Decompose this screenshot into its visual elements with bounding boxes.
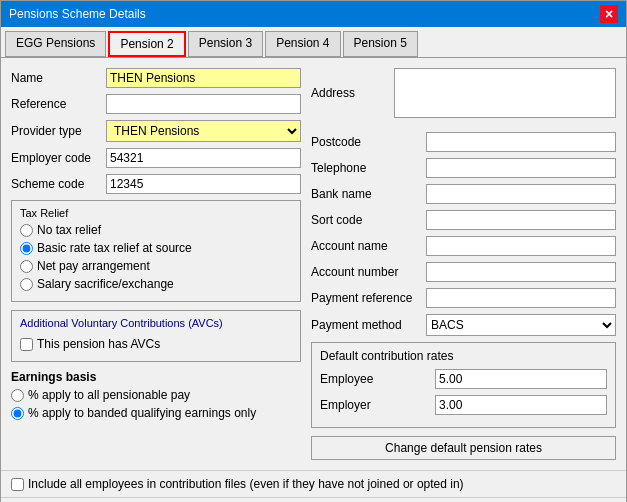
right-panel: Address Postcode Telephone Bank name So [311,68,616,460]
earnings-all-radio[interactable] [11,389,24,402]
close-button[interactable]: × [600,5,618,23]
no-tax-relief-row: No tax relief [20,223,292,237]
sort-code-row: Sort code [311,210,616,230]
name-label: Name [11,71,106,85]
provider-type-select[interactable]: THEN Pensions [106,120,301,142]
change-default-rates-button[interactable]: Change default pension rates [311,436,616,460]
employer-rate-row: Employer [320,395,607,415]
telephone-label: Telephone [311,161,426,175]
tax-relief-section: Tax Relief No tax relief Basic rate tax … [11,200,301,302]
scheme-code-label: Scheme code [11,177,106,191]
include-all-checkbox[interactable] [11,478,24,491]
tab-pension2[interactable]: Pension 2 [108,31,185,57]
payment-reference-input[interactable] [426,288,616,308]
tab-egg-pensions[interactable]: EGG Pensions [5,31,106,57]
address-label: Address [311,86,394,100]
name-row: Name [11,68,301,88]
account-name-label: Account name [311,239,426,253]
no-tax-relief-label: No tax relief [37,223,101,237]
avc-checkbox-row: This pension has AVCs [20,337,292,351]
tax-relief-title: Tax Relief [20,207,292,219]
tabs-container: EGG Pensions Pension 2 Pension 3 Pension… [1,27,626,58]
avc-checkbox-label: This pension has AVCs [37,337,160,351]
sort-code-input[interactable] [426,210,616,230]
reference-label: Reference [11,97,106,111]
main-content: Name Reference Provider type THEN Pensio… [1,58,626,470]
postcode-input[interactable] [426,132,616,152]
default-rates-title: Default contribution rates [320,349,607,363]
net-pay-row: Net pay arrangement [20,259,292,273]
basic-rate-label: Basic rate tax relief at source [37,241,192,255]
salary-sacrifice-label: Salary sacrifice/exchange [37,277,174,291]
account-name-input[interactable] [426,236,616,256]
footer: Setup guide < Move Help OK Cancel [1,497,626,502]
payment-method-label: Payment method [311,318,426,332]
tab-pension5[interactable]: Pension 5 [343,31,418,57]
address-row: Address [311,68,616,118]
salary-sacrifice-row: Salary sacrifice/exchange [20,277,292,291]
basic-rate-row: Basic rate tax relief at source [20,241,292,255]
tab-pension3[interactable]: Pension 3 [188,31,263,57]
scheme-code-input[interactable] [106,174,301,194]
telephone-row: Telephone [311,158,616,178]
pensions-scheme-dialog: Pensions Scheme Details × EGG Pensions P… [0,0,627,502]
account-number-label: Account number [311,265,426,279]
employee-rate-label: Employee [320,372,435,386]
earnings-banded-row: % apply to banded qualifying earnings on… [11,406,301,420]
salary-sacrifice-radio[interactable] [20,278,33,291]
default-rates-section: Default contribution rates Employee Empl… [311,342,616,428]
reference-row: Reference [11,94,301,114]
net-pay-radio[interactable] [20,260,33,273]
scheme-code-row: Scheme code [11,174,301,194]
employer-code-input[interactable] [106,148,301,168]
employer-code-label: Employer code [11,151,106,165]
reference-input[interactable] [106,94,301,114]
avc-checkbox[interactable] [20,338,33,351]
employee-rate-row: Employee [320,369,607,389]
tab-pension4[interactable]: Pension 4 [265,31,340,57]
account-name-row: Account name [311,236,616,256]
bank-name-row: Bank name [311,184,616,204]
address-input[interactable] [394,68,616,118]
payment-reference-row: Payment reference [311,288,616,308]
earnings-title: Earnings basis [11,370,301,384]
telephone-input[interactable] [426,158,616,178]
no-tax-relief-radio[interactable] [20,224,33,237]
earnings-banded-radio[interactable] [11,407,24,420]
title-bar: Pensions Scheme Details × [1,1,626,27]
dialog-title: Pensions Scheme Details [9,7,146,21]
basic-rate-radio[interactable] [20,242,33,255]
sort-code-label: Sort code [311,213,426,227]
employee-rate-input[interactable] [435,369,607,389]
provider-type-label: Provider type [11,124,106,138]
account-number-row: Account number [311,262,616,282]
bank-name-label: Bank name [311,187,426,201]
earnings-section: Earnings basis % apply to all pensionabl… [11,370,301,420]
payment-method-select[interactable]: BACS [426,314,616,336]
employer-rate-input[interactable] [435,395,607,415]
avc-title: Additional Voluntary Contributions (AVCs… [20,317,292,329]
net-pay-label: Net pay arrangement [37,259,150,273]
employer-code-row: Employer code [11,148,301,168]
earnings-all-label: % apply to all pensionable pay [28,388,190,402]
bank-name-input[interactable] [426,184,616,204]
earnings-banded-label: % apply to banded qualifying earnings on… [28,406,256,420]
account-number-input[interactable] [426,262,616,282]
name-input[interactable] [106,68,301,88]
payment-method-row: Payment method BACS [311,314,616,336]
payment-reference-label: Payment reference [311,291,426,305]
include-all-label: Include all employees in contribution fi… [28,477,464,491]
postcode-label: Postcode [311,135,426,149]
left-panel: Name Reference Provider type THEN Pensio… [11,68,301,460]
include-all-row: Include all employees in contribution fi… [1,470,626,497]
provider-type-row: Provider type THEN Pensions [11,120,301,142]
postcode-row: Postcode [311,132,616,152]
earnings-all-row: % apply to all pensionable pay [11,388,301,402]
avc-section: Additional Voluntary Contributions (AVCs… [11,310,301,362]
employer-rate-label: Employer [320,398,435,412]
